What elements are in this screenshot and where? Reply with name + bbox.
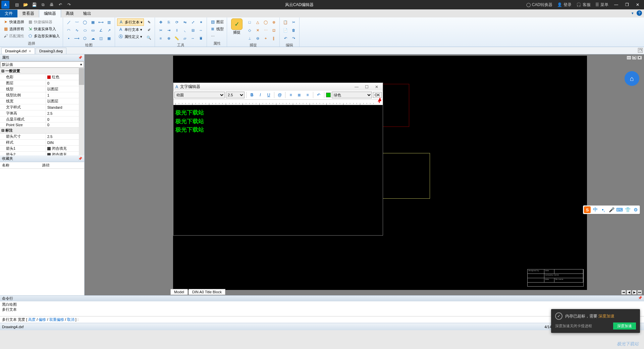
file-tab-2[interactable]: Drawing3.dwg: [36, 48, 66, 54]
te-undo-icon[interactable]: ↶: [315, 92, 322, 98]
ime-keyboard-icon[interactable]: ⌨: [616, 206, 623, 213]
ime-skin-icon[interactable]: 👕: [624, 206, 631, 213]
prop-row[interactable]: 线宽以图层: [0, 98, 84, 104]
align-right-icon[interactable]: ≡: [304, 92, 311, 98]
cad-converter-button[interactable]: ◯CAD转换器: [526, 2, 552, 8]
login-button[interactable]: 👤登录: [557, 2, 572, 8]
cloud-icon[interactable]: ☁: [89, 35, 97, 42]
color-combo[interactable]: 绿色: [332, 92, 372, 98]
prop-row[interactable]: 文字样式Standard: [0, 104, 84, 110]
osnap-int-icon[interactable]: ✕: [254, 27, 261, 34]
quick-editor-button[interactable]: ▦快捷编辑器: [26, 18, 61, 25]
sheet-prev-icon[interactable]: ◀: [627, 290, 631, 295]
arc-icon[interactable]: ◠: [65, 27, 72, 34]
sheet-first-icon[interactable]: ⏮: [621, 290, 626, 295]
scrollbar[interactable]: [79, 68, 84, 155]
maximize-button[interactable]: ❐: [624, 2, 630, 7]
help-icon[interactable]: ?: [637, 10, 642, 16]
area-icon[interactable]: ▱: [181, 35, 189, 42]
explode-icon[interactable]: ✶: [197, 18, 205, 26]
align-icon[interactable]: ≡: [157, 35, 164, 42]
close-icon[interactable]: ✕: [29, 49, 31, 53]
osnap-ext-icon[interactable]: ⋯: [262, 27, 269, 34]
dist-icon[interactable]: ↔: [189, 35, 197, 42]
ruler-icon[interactable]: 📏: [173, 35, 180, 42]
block-icon[interactable]: ◫: [97, 35, 105, 42]
prop-row[interactable]: 字体高2.5: [0, 110, 84, 116]
osnap-par-icon[interactable]: ∥: [270, 35, 277, 42]
canvas-min-icon[interactable]: —: [627, 56, 631, 60]
pin-icon[interactable]: 📌: [638, 296, 642, 301]
print-icon[interactable]: 🖶: [48, 1, 55, 8]
osnap-near-icon[interactable]: ⌖: [262, 35, 269, 42]
ime-toolbar[interactable]: S 中 •, 🎤 ⌨ 👕 ⚙: [583, 205, 640, 214]
polyline-icon[interactable]: 〰: [73, 18, 80, 26]
mtext-button[interactable]: A多行文本▾: [117, 18, 144, 26]
erase-icon[interactable]: 🗑: [290, 27, 297, 34]
prop-row[interactable]: 箭头2闭合填充: [0, 152, 84, 155]
dialog-minimize-icon[interactable]: —: [353, 85, 361, 89]
at-icon[interactable]: @: [276, 92, 283, 98]
close-button[interactable]: ✕: [635, 2, 641, 7]
properties-grid[interactable]: ⊟ 一般设置色彩红色图层0线型以图层线型比例1线宽以图层文字样式Standard…: [0, 68, 84, 155]
file-tab-1[interactable]: Drawing4.dxf✕: [1, 48, 35, 54]
osnap-node-icon[interactable]: ⊗: [270, 18, 277, 26]
line-icon[interactable]: ／: [65, 18, 72, 26]
textstyle-icon[interactable]: ✎: [145, 18, 153, 26]
prop-row[interactable]: 线型以图层: [0, 86, 84, 92]
ime-voice-icon[interactable]: 🎤: [608, 206, 615, 213]
canvas-max-icon[interactable]: ❐: [632, 56, 637, 60]
ok-button[interactable]: OK: [373, 92, 382, 98]
extend-icon[interactable]: ⇥: [165, 27, 172, 34]
prop-row[interactable]: Point Size0: [0, 122, 84, 128]
prop-section[interactable]: ⊟ 一般设置: [0, 68, 84, 74]
clipboard-copy-icon[interactable]: 📋: [282, 18, 289, 26]
props-dialog-icon[interactable]: ⋯: [209, 33, 216, 40]
save-icon[interactable]: 💾: [31, 1, 38, 8]
tab-file[interactable]: 文件: [0, 10, 17, 17]
ime-punct-icon[interactable]: •,: [600, 206, 607, 213]
osnap-mid-icon[interactable]: △: [254, 18, 261, 26]
tab-editor[interactable]: 编辑器: [39, 9, 61, 17]
size-combo[interactable]: 2.5: [226, 92, 245, 98]
circle-icon[interactable]: ◯: [81, 18, 89, 26]
opt-cancel[interactable]: 取消: [67, 317, 74, 321]
pin-icon[interactable]: 📌: [78, 157, 82, 160]
spline-icon[interactable]: ∿: [73, 27, 80, 34]
grid-icon[interactable]: ▥: [105, 18, 113, 26]
offset-icon[interactable]: ⫴: [173, 27, 180, 34]
prop-row[interactable]: 图层0: [0, 80, 84, 86]
angular-icon[interactable]: ∠: [97, 27, 105, 34]
move-icon[interactable]: ✥: [157, 18, 164, 26]
notif-link[interactable]: 深度加速: [598, 314, 614, 318]
open-icon[interactable]: 📂: [22, 1, 29, 8]
opt-double[interactable]: 双重偏移: [49, 317, 64, 321]
pin-icon[interactable]: 📌: [78, 56, 82, 59]
osnap-end-icon[interactable]: □: [246, 18, 253, 26]
command-prompt[interactable]: 多行文本 宽度 [ 高度 / 偏移 / 双重偏移 / 取消 ] :: [0, 316, 644, 323]
new-icon[interactable]: ▤: [13, 1, 20, 8]
linetype-button[interactable]: ≣线型: [209, 26, 225, 32]
prop-row[interactable]: 点显示模式0: [0, 116, 84, 122]
ime-settings-icon[interactable]: ⚙: [632, 206, 639, 213]
dialog-maximize-icon[interactable]: ☐: [363, 85, 371, 89]
textedit-icon[interactable]: ✐: [145, 26, 153, 34]
service-button[interactable]: 🎧客服: [576, 2, 591, 8]
stext-button[interactable]: A单行文本▾: [117, 26, 144, 33]
textfind-icon[interactable]: 🔍: [145, 34, 153, 41]
join-icon[interactable]: ⊕: [165, 35, 172, 42]
align-center-icon[interactable]: ≣: [296, 92, 303, 98]
table-icon[interactable]: ▦: [105, 35, 113, 42]
sheet-next-icon[interactable]: ▶: [632, 290, 637, 295]
layer-button[interactable]: ▤图层: [209, 18, 225, 25]
view-cube-button[interactable]: ⌂: [625, 71, 639, 86]
prop-row[interactable]: 样式DIN: [0, 140, 84, 146]
sheet-last-icon[interactable]: ⏭: [637, 290, 642, 295]
text-editor-titlebar[interactable]: A 文字编辑器 — ☐ ✕: [173, 83, 383, 91]
canvas-close-icon[interactable]: ✕: [637, 56, 642, 60]
sheet-tab-layout[interactable]: DIN A0 Title Block: [189, 289, 225, 295]
menu-button[interactable]: ☰菜单: [595, 2, 608, 8]
copy-icon[interactable]: ⎘: [165, 18, 172, 26]
quick-import-button[interactable]: ⇲快速实体导入: [26, 26, 61, 32]
hexagon-icon[interactable]: ⬡: [81, 35, 89, 42]
